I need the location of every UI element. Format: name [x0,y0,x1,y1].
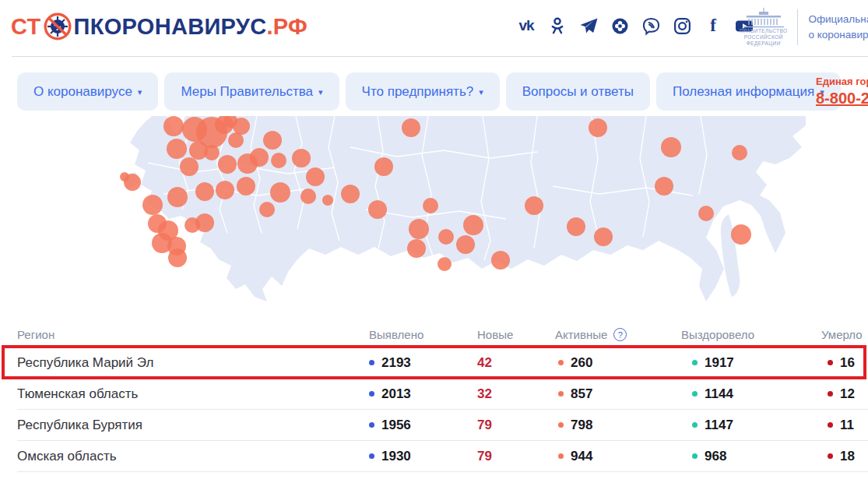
status-dot [369,391,374,397]
outbreak-dot[interactable] [322,195,333,206]
outbreak-dot[interactable] [423,198,438,213]
outbreak-dot[interactable] [237,177,255,196]
nav-item-1[interactable]: О коронавирусе▾ [17,72,158,111]
status-dot [369,453,374,459]
outbreak-dot[interactable] [438,257,452,271]
nav-item-5[interactable]: Полезная информация▾ [656,72,841,111]
status-dot [828,453,833,459]
cell-detected: 2193 [358,355,477,371]
hotline-block: Единая горячая линия 8-800-2000-112 [816,76,868,108]
outbreak-dot[interactable] [180,157,199,176]
cell-new: 79 [477,449,555,464]
russia-outbreak-map[interactable] [101,116,868,308]
cell-value: 42 [477,355,492,371]
outbreak-dot[interactable] [732,145,747,160]
outbreak-dot[interactable] [204,145,220,160]
outbreak-dot[interactable] [228,132,244,148]
outbreak-dot[interactable] [655,177,673,196]
table-header-row: РегионВыявленоНовыеАктивные?ВыздоровелоУ… [17,323,868,347]
status-dot [558,391,564,397]
outbreak-dot[interactable] [300,189,316,204]
nav-item-4[interactable]: Вопросы и ответы [506,72,650,111]
instagram-icon[interactable] [672,16,692,36]
outbreak-dot[interactable] [195,182,214,201]
status-dot [828,422,833,428]
outbreak-dot[interactable] [168,249,187,267]
cell-died: 12 [821,386,868,402]
cell-new: 42 [477,355,555,371]
outbreak-dot[interactable] [438,229,454,245]
outbreak-dot[interactable] [409,219,429,239]
nav-item-3[interactable]: Что предпринять?▾ [346,72,500,111]
cell-value: 1956 [381,418,411,433]
hotline-label: Единая горячая линия [816,76,868,87]
outbreak-dot[interactable] [270,182,290,203]
outbreak-dot[interactable] [259,202,275,217]
outbreak-dot[interactable] [263,131,282,150]
outbreak-dot[interactable] [589,118,607,137]
help-icon[interactable]: ? [613,328,627,341]
chevron-down-icon: ▾ [318,87,323,97]
government-caption-line: ФЕДЕРАЦИИ [747,41,781,47]
table-row[interactable]: Республика Бурятия195679798114711 [17,410,868,441]
cell-value: 260 [571,355,592,371]
logo-text-koronavirus: ПКОРОНАВИРУС [74,14,267,40]
cell-new: 32 [477,386,555,402]
outbreak-dot[interactable] [124,174,141,191]
outbreak-dot[interactable] [142,195,163,215]
site-logo[interactable]: СТ ПКОРОНАВИРУС.РФ [11,12,307,41]
viber-icon[interactable] [641,16,661,36]
vk-icon[interactable]: vk [516,16,536,36]
outbreak-dot[interactable] [525,196,543,215]
outbreak-dot[interactable] [306,167,325,186]
hotline-phone-link[interactable]: 8-800-2000-112 [816,90,868,108]
outbreak-dot[interactable] [456,235,475,254]
outbreak-dot[interactable] [233,118,250,135]
outbreak-dot[interactable] [463,215,483,235]
ok-icon[interactable] [547,16,568,36]
outbreak-dot[interactable] [368,200,387,219]
cell-value: 11 [840,418,854,433]
outbreak-dot[interactable] [407,239,426,258]
outbreak-dot[interactable] [567,217,585,236]
facebook-icon[interactable]: f [703,16,723,36]
site-header: СТ ПКОРОНАВИРУС.РФ vk [0,0,868,56]
regions-table: РегионВыявленоНовыеАктивные?ВыздоровелоУ… [0,323,868,472]
column-header-label: Регион [17,328,54,341]
outbreak-dot[interactable] [167,187,188,207]
cell-detected: 2013 [358,386,477,402]
outbreak-dot[interactable] [374,157,393,176]
cell-recovered: 968 [681,449,821,464]
column-header-detected: Выявлено [358,328,477,341]
telegram-icon[interactable] [578,16,599,36]
table-row[interactable]: Омская область19307994496818 [17,441,868,472]
outbreak-dot[interactable] [167,139,187,159]
outbreak-dot[interactable] [292,149,311,167]
cell-value: 968 [705,449,726,464]
cell-new: 79 [477,418,555,433]
outbreak-dot[interactable] [250,148,269,167]
outbreak-dot[interactable] [163,116,184,136]
status-dot [558,453,564,459]
outbreak-dot[interactable] [491,251,510,270]
table-row[interactable]: Тюменская область201332857114412 [17,379,868,410]
column-header-label: Выздоровело [681,328,754,341]
outbreak-dot[interactable] [698,206,714,221]
government-block[interactable]: ПРАВИТЕЛЬСТВО РОССИЙСКОЙ ФЕДЕРАЦИИ Офици… [740,8,868,47]
cell-detected: 1956 [358,418,477,433]
outbreak-dot[interactable] [402,118,420,137]
nav-item-2[interactable]: Меры Правительства▾ [164,72,339,111]
outbreak-dot[interactable] [195,213,214,232]
status-dot [692,422,698,428]
outbreak-dot[interactable] [271,153,286,168]
cell-value: 857 [571,386,592,402]
outbreak-dot[interactable] [341,185,360,203]
cell-value: 79 [477,418,492,433]
outbreak-dot[interactable] [731,224,751,245]
table-row[interactable]: Республика Марий Эл219342260191716 [17,347,868,379]
outbreak-dot[interactable] [216,181,234,199]
outbreak-dot[interactable] [218,155,237,174]
outbreak-dot[interactable] [594,227,613,246]
icq-icon[interactable] [610,16,630,36]
outbreak-dot[interactable] [661,137,681,157]
